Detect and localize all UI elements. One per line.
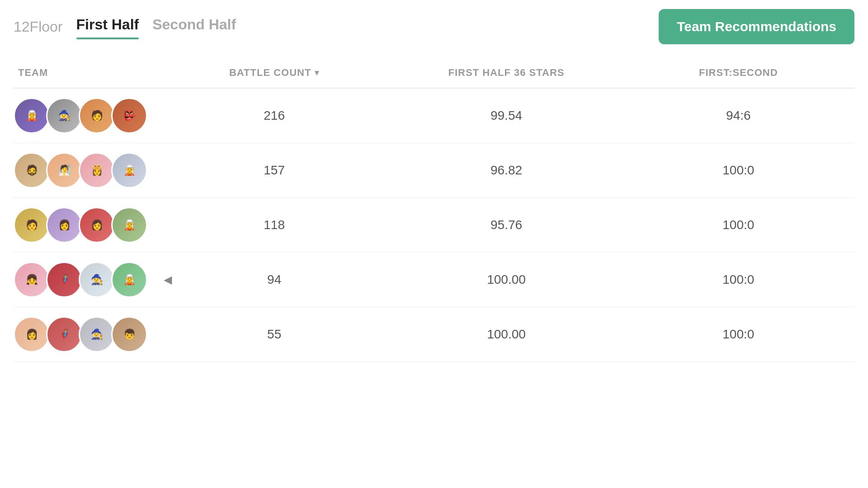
- avatar: 🧔: [14, 152, 50, 188]
- avatar: 👦: [111, 316, 147, 352]
- row-pointer-icon: ◀: [164, 273, 172, 286]
- first-half-stars-value: 100.00: [390, 272, 622, 287]
- tab-first-half[interactable]: First Half: [76, 16, 139, 38]
- team-avatars: 🧝 🧙 🧑 👺: [14, 98, 158, 134]
- avatar: 🦸: [46, 262, 82, 298]
- first-second-value: 100:0: [623, 327, 854, 342]
- first-half-stars-value: 100.00: [390, 327, 622, 342]
- first-half-stars-value: 96.82: [390, 163, 622, 178]
- avatar: 👩: [14, 316, 50, 352]
- nav-tabs: 12Floor First Half Second Half: [14, 16, 236, 38]
- battle-count-value: 118: [158, 218, 390, 232]
- avatar: 🧙: [46, 98, 82, 134]
- table-row: 🧔 🧖 👸 🧝 157 96.82 100:0: [14, 143, 854, 198]
- first-second-value: 94:6: [623, 108, 854, 123]
- avatar: 🦸: [46, 316, 82, 352]
- team-avatars: 👩 🦸 🧙 👦: [14, 316, 158, 352]
- table-row: 🧑 👩 👩 🧝 118 95.76 100:0: [14, 198, 854, 253]
- first-second-value: 100:0: [623, 272, 854, 287]
- table-row: 👧 🦸 🧙 🧝 ◀ 94 100.00 100:0: [14, 253, 854, 307]
- first-second-value: 100:0: [623, 163, 854, 178]
- battle-count-value: 94: [158, 272, 390, 287]
- avatar: 🧙: [79, 316, 115, 352]
- col-team: TEAM: [14, 67, 158, 79]
- avatar: 🧖: [46, 152, 82, 188]
- table-row: 👩 🦸 🧙 👦 55 100.00 100:0: [14, 307, 854, 362]
- avatar: 👸: [79, 152, 115, 188]
- page-container: 12Floor First Half Second Half Team Reco…: [0, 0, 868, 488]
- first-half-stars-value: 99.54: [390, 108, 622, 123]
- col-first-half-stars: FIRST HALF 36 STARS: [390, 67, 622, 79]
- table-header: TEAM BATTLE COUNT ▾ FIRST HALF 36 STARS …: [14, 62, 854, 89]
- first-half-stars-value: 95.76: [390, 218, 622, 232]
- team-recommendations-button[interactable]: Team Recommendations: [659, 9, 854, 44]
- data-table: TEAM BATTLE COUNT ▾ FIRST HALF 36 STARS …: [14, 62, 854, 362]
- table-row: 🧝 🧙 🧑 👺 216 99.54 94:6: [14, 89, 854, 143]
- avatar: 🧝: [14, 98, 50, 134]
- first-second-value: 100:0: [623, 218, 854, 232]
- avatar: 🧙: [79, 262, 115, 298]
- avatar: 👺: [111, 98, 147, 134]
- sort-icon: ▾: [315, 68, 319, 78]
- avatar: 🧝: [111, 152, 147, 188]
- col-first-second: FIRST:SECOND: [623, 67, 854, 79]
- battle-count-value: 55: [158, 327, 390, 342]
- avatar: 👩: [79, 207, 115, 243]
- team-avatars: 🧔 🧖 👸 🧝: [14, 152, 158, 188]
- team-avatars: 👧 🦸 🧙 🧝 ◀: [14, 262, 158, 298]
- avatar: 👧: [14, 262, 50, 298]
- avatar: 🧑: [14, 207, 50, 243]
- team-avatars: 🧑 👩 👩 🧝: [14, 207, 158, 243]
- battle-count-value: 157: [158, 163, 390, 178]
- floor-label[interactable]: 12Floor: [14, 19, 63, 35]
- avatar: 👩: [46, 207, 82, 243]
- avatar: 🧑: [79, 98, 115, 134]
- avatar: 🧝: [111, 207, 147, 243]
- col-battle-count[interactable]: BATTLE COUNT ▾: [158, 67, 390, 79]
- header: 12Floor First Half Second Half Team Reco…: [14, 0, 854, 44]
- avatar: 🧝: [111, 262, 147, 298]
- tab-second-half[interactable]: Second Half: [152, 16, 236, 38]
- battle-count-value: 216: [158, 108, 390, 123]
